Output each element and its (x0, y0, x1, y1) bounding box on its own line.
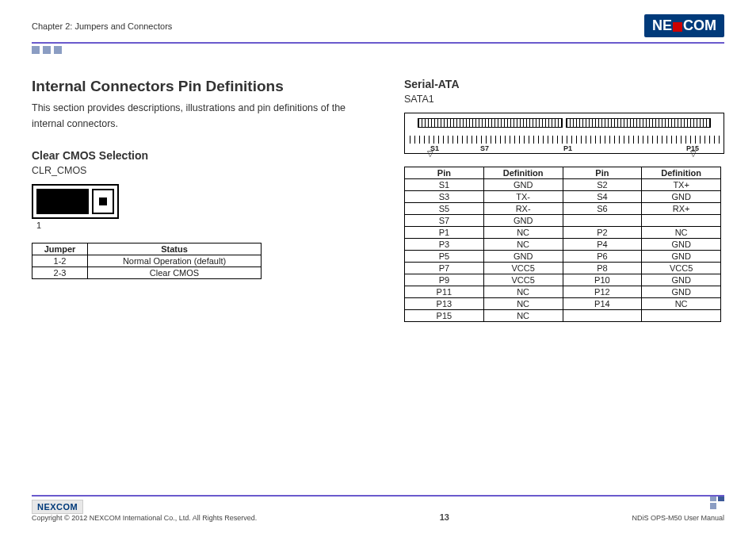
table-row: P11NCP12GND (405, 286, 721, 298)
sata-heading: Serial-ATA (404, 78, 724, 90)
diagram-label-p1: P1 (563, 144, 572, 152)
table-row: S1GNDS2TX+ (405, 179, 721, 191)
sata-th-def: Definition (483, 167, 563, 179)
table-row: S3TX-S4GND (405, 191, 721, 203)
sata-th-pin: Pin (405, 167, 484, 179)
arrow-icon: ▽ (690, 149, 697, 158)
brand-logo: NECOM (644, 14, 724, 37)
table-row: P15NC (405, 310, 721, 322)
table-row: P13NCP14NC (405, 298, 721, 310)
jumper-diagram (32, 184, 119, 219)
header-squares-icon (32, 46, 724, 54)
table-row: P3NCP4GND (405, 239, 721, 251)
page-title: Internal Connectors Pin Definitions (32, 78, 372, 95)
table-row: P9VCC5P10GND (405, 274, 721, 286)
table-row: P5GNDP6GND (405, 251, 721, 263)
chapter-title: Chapter 2: Jumpers and Connectors (32, 21, 172, 31)
cmos-table: Jumper Status 1-2 Normal Operation (defa… (32, 243, 262, 279)
cmos-th-status: Status (88, 243, 262, 255)
pin1-label: 1 (36, 220, 372, 230)
footer-brand-logo: NEXCOM (32, 500, 83, 514)
copyright-text: Copyright © 2012 NEXCOM International Co… (32, 514, 257, 522)
cmos-th-jumper: Jumper (32, 243, 88, 255)
sata-th-pin2: Pin (563, 167, 642, 179)
sata-pin-table: Pin Definition Pin Definition S1GNDS2TX+… (404, 167, 721, 322)
manual-name: NDiS OPS-M50 User Manual (632, 514, 724, 522)
table-row: S7GND (405, 215, 721, 227)
arrow-icon: ▽ (427, 149, 433, 158)
table-row: 2-3 Clear CMOS (32, 267, 262, 279)
table-row: S5RX-S6RX+ (405, 203, 721, 215)
footer: NEXCOM Copyright © 2012 NEXCOM Internati… (32, 495, 724, 522)
sata-th-def2: Definition (642, 167, 721, 179)
table-row: P1NCP2NC (405, 227, 721, 239)
header-rule (32, 42, 724, 44)
intro-text: This section provides descriptions, illu… (32, 100, 349, 132)
sata-connector-diagram: S1 S7 P1 P15 ▽ ▽ (404, 113, 724, 154)
page-number: 13 (440, 512, 449, 522)
table-row: P7VCC5P8VCC5 (405, 263, 721, 274)
sata-label: SATA1 (404, 94, 724, 105)
table-row: 1-2 Normal Operation (default) (32, 255, 262, 267)
cmos-heading: Clear CMOS Selection (32, 149, 372, 162)
cmos-label: CLR_CMOS (32, 165, 372, 176)
diagram-label-s7: S7 (480, 144, 489, 152)
